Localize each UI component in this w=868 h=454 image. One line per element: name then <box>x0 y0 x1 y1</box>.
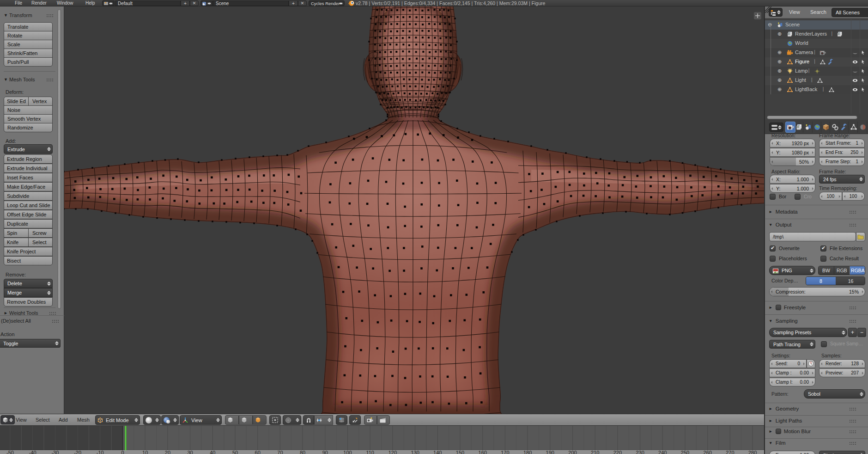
svg-text:120: 120 <box>388 450 397 454</box>
svg-text:130: 130 <box>411 450 419 454</box>
svg-text:30: 30 <box>187 450 193 454</box>
svg-text:240: 240 <box>658 450 667 454</box>
svg-text:10: 10 <box>142 450 148 454</box>
svg-text:110: 110 <box>366 450 374 454</box>
svg-text:210: 210 <box>591 450 599 454</box>
svg-text:280: 280 <box>748 450 757 454</box>
svg-text:-50: -50 <box>6 450 14 454</box>
svg-text:260: 260 <box>704 450 712 454</box>
svg-text:50: 50 <box>232 450 238 454</box>
svg-text:40: 40 <box>210 450 215 454</box>
svg-text:-20: -20 <box>74 450 81 454</box>
svg-text:140: 140 <box>433 450 442 454</box>
svg-text:-30: -30 <box>51 450 59 454</box>
svg-text:220: 220 <box>613 450 622 454</box>
svg-text:190: 190 <box>546 450 554 454</box>
svg-text:100: 100 <box>343 450 352 454</box>
svg-text:-40: -40 <box>29 450 36 454</box>
svg-text:200: 200 <box>568 450 577 454</box>
svg-text:60: 60 <box>255 450 261 454</box>
svg-text:80: 80 <box>300 450 305 454</box>
svg-text:0: 0 <box>121 450 124 454</box>
svg-text:20: 20 <box>165 450 170 454</box>
svg-text:170: 170 <box>501 450 509 454</box>
svg-text:230: 230 <box>636 450 644 454</box>
svg-text:270: 270 <box>726 450 734 454</box>
svg-text:180: 180 <box>523 450 532 454</box>
svg-text:250: 250 <box>681 450 689 454</box>
svg-text:70: 70 <box>277 450 283 454</box>
svg-text:90: 90 <box>322 450 328 454</box>
svg-text:-10: -10 <box>97 450 104 454</box>
svg-text:160: 160 <box>479 450 487 454</box>
svg-text:150: 150 <box>456 450 464 454</box>
